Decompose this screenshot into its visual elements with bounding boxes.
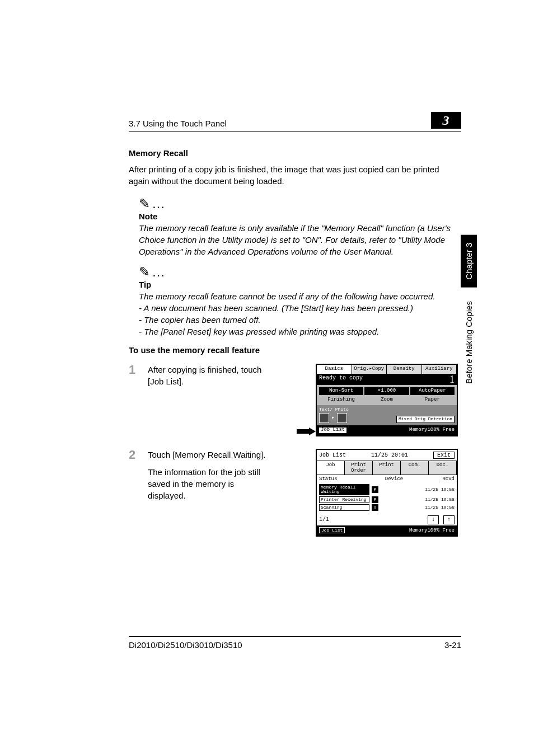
mixed-orig-detection-button[interactable]: Mixed Orig Detection xyxy=(396,416,455,423)
header-rule xyxy=(129,131,461,132)
side-tab-chapter: Chapter 3 xyxy=(461,235,477,288)
zoom-ratio-button[interactable]: ×1.000 xyxy=(364,387,409,395)
device-icon: P xyxy=(372,496,378,503)
tab-print[interactable]: Print xyxy=(373,461,401,475)
row-1-time: 11/25 19:58 xyxy=(425,487,455,491)
exit-button[interactable]: Exit xyxy=(433,452,455,459)
finishing-label: Finishing xyxy=(319,397,363,403)
page-up-button[interactable]: ↑ xyxy=(443,515,455,524)
status-text: Ready to copy xyxy=(319,375,363,384)
tip-icon: ✎… xyxy=(139,265,461,279)
tip-item-1: - A new document has been scanned. (The … xyxy=(139,302,461,314)
intro-paragraph: After printing of a copy job is finished… xyxy=(129,163,461,187)
tip-label: Tip xyxy=(139,280,461,289)
paper-label: Paper xyxy=(410,397,455,403)
chapter-badge: 3 xyxy=(431,112,461,129)
side-tab-title: Before Making Copies xyxy=(461,290,477,395)
job-list-button[interactable]: Job List xyxy=(319,428,346,433)
col-device: Device xyxy=(358,476,430,482)
non-sort-button[interactable]: Non-Sort xyxy=(319,387,363,395)
zoom-label: Zoom xyxy=(364,397,409,403)
footer-model: Di2010/Di2510/Di3010/Di3510 xyxy=(129,640,242,650)
memory-free-label-2: Memory100% Free xyxy=(409,528,455,533)
tip-lead: The memory recall feature cannot be used… xyxy=(139,290,461,302)
tab-density[interactable]: Density xyxy=(387,365,422,374)
tab-basics[interactable]: Basics xyxy=(317,365,352,374)
header-section-ref: 3.7 Using the Touch Panel xyxy=(129,119,227,129)
tip-item-2: - The copier has been turned off. xyxy=(139,314,461,326)
row-2-time: 11/25 19:58 xyxy=(425,497,455,501)
tab-doc[interactable]: Doc. xyxy=(429,461,457,475)
tab-auxiliary[interactable]: Auxiliary xyxy=(422,365,457,374)
svg-marker-0 xyxy=(297,428,316,435)
figure-2-job-list-panel: Job List 11/25 20:01 Exit Job Print Orde… xyxy=(316,449,458,537)
procedure-heading: To use the memory recall feature xyxy=(129,345,461,355)
device-icon: P xyxy=(372,486,378,493)
tip-item-3: - The [Panel Reset] key was pressed whil… xyxy=(139,326,461,337)
tab-print-order[interactable]: Print Order xyxy=(345,461,373,475)
device-icon: ▯ xyxy=(372,504,378,511)
page-indicator: 1/1 xyxy=(319,516,329,523)
job-list-footer-button[interactable]: Job List xyxy=(319,527,345,533)
note-body: The memory recall feature is only availa… xyxy=(139,223,451,256)
datetime-label: 11/25 20:01 xyxy=(371,452,408,458)
step-1-text: After copying is finished, touch [Job Li… xyxy=(148,364,271,387)
job-list-title: Job List xyxy=(319,452,346,458)
copy-count: 1 xyxy=(449,375,455,384)
tab-com[interactable]: Com. xyxy=(401,461,429,475)
scanning-button[interactable]: Scanning xyxy=(319,504,369,511)
tab-job[interactable]: Job xyxy=(317,461,345,475)
tab-orig-copy[interactable]: Orig.▸Copy xyxy=(352,365,387,374)
density-dark-icon[interactable] xyxy=(337,413,347,423)
step-number-2: 2 xyxy=(129,449,139,461)
step-2-text: Touch [Memory Recall Waiting]. xyxy=(148,449,271,461)
memory-recall-waiting-button[interactable]: Memory Recall Waiting xyxy=(319,484,369,495)
col-rcvd: Rcvd xyxy=(430,476,455,482)
printer-receiving-button[interactable]: Printer Receiving xyxy=(319,496,369,503)
col-status: Status xyxy=(319,476,358,482)
chevron-right-icon: ▸ xyxy=(331,415,335,421)
step-number-1: 1 xyxy=(129,364,139,376)
side-tab: Before Making Copies Chapter 3 xyxy=(461,224,477,395)
text-photo-label: Text/ Photo xyxy=(319,407,349,412)
memory-free-label: Memory100% Free xyxy=(409,428,455,433)
step-2-text2: The information for the job still saved … xyxy=(148,466,271,501)
footer-page: 3-21 xyxy=(444,640,461,650)
note-icon: ✎… xyxy=(139,197,461,210)
figure-1-touch-panel: Basics Orig.▸Copy Density Auxiliary Read… xyxy=(316,364,458,436)
auto-paper-button[interactable]: AutoPaper xyxy=(410,387,455,395)
section-title: Memory Recall xyxy=(129,148,461,158)
density-light-icon[interactable] xyxy=(319,413,329,423)
tip-block: ✎… Tip The memory recall feature cannot … xyxy=(139,265,461,337)
callout-arrow-icon xyxy=(297,428,316,434)
note-block: ✎… Note The memory recall feature is onl… xyxy=(139,197,461,257)
page-down-button[interactable]: ↓ xyxy=(428,515,439,524)
row-3-time: 11/25 19:58 xyxy=(425,505,455,509)
note-label: Note xyxy=(139,212,461,221)
